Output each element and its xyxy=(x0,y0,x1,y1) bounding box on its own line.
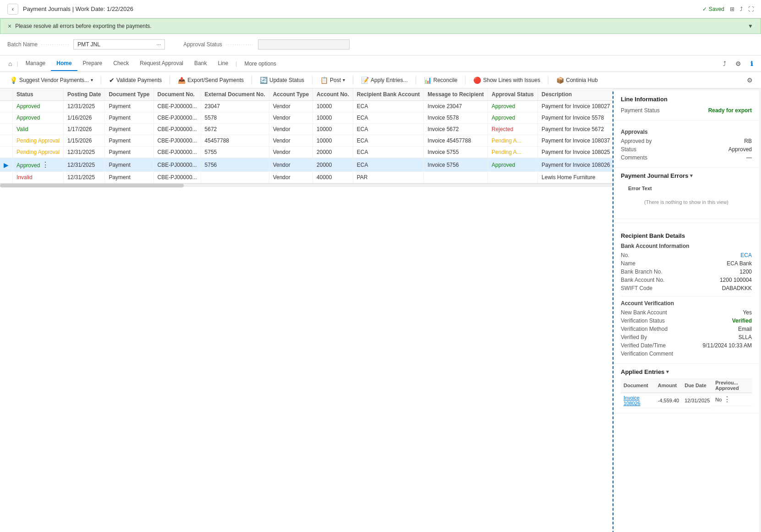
tab-check[interactable]: Check xyxy=(108,56,134,71)
cell-approval: Approved xyxy=(488,101,538,112)
tab-bank[interactable]: Bank xyxy=(189,56,212,71)
applied-entry-row: Invoice 108026 -4,559.40 12/31/2025 No ⋮ xyxy=(621,393,752,408)
approved-by-label: Approved by xyxy=(621,138,652,144)
toolbar-sep-8 xyxy=(548,76,548,85)
row-indicator xyxy=(0,112,13,124)
status-value: Approved xyxy=(728,146,752,153)
cell-recipient-bank: ECA xyxy=(353,147,424,158)
bank-account-no-label: Bank Account No. xyxy=(621,277,664,283)
back-button[interactable]: ‹ xyxy=(7,4,18,15)
grid-panel[interactable]: Status Posting Date Document Type Docume… xyxy=(0,88,613,532)
cell-approval: Pending A... xyxy=(488,147,538,158)
horizontal-scrollbar[interactable] xyxy=(0,183,613,187)
col-header-doc-no: Document No. xyxy=(153,88,201,101)
batch-name-input[interactable]: PMT JNL ··· xyxy=(73,39,165,49)
row-context-menu[interactable]: ⋮ xyxy=(42,161,49,169)
toolbar-settings-icon[interactable]: ⚙ xyxy=(744,75,756,86)
post-caret: ▾ xyxy=(343,77,345,82)
apply-entries-button[interactable]: 📝 Apply Entries... xyxy=(357,74,412,86)
tab-home[interactable]: Home xyxy=(51,56,77,71)
view-icon[interactable]: ⊞ xyxy=(730,6,734,12)
cell-acc-no: 40000 xyxy=(313,172,353,183)
alert-close-button[interactable]: × xyxy=(8,22,11,30)
cell-doc-type: Payment xyxy=(105,135,153,147)
filter-ribbon-icon[interactable]: ⚙ xyxy=(733,58,744,69)
cell-ext-doc: 5672 xyxy=(201,124,269,135)
tab-line[interactable]: Line xyxy=(212,56,234,71)
cell-doc-type: Payment xyxy=(105,112,153,124)
table-row[interactable]: ▶Approved⋮12/31/2025PaymentCBE-PJ00000..… xyxy=(0,158,613,172)
post-button[interactable]: 📋 Post ▾ xyxy=(316,74,349,86)
show-lines-button[interactable]: 🔴 Show Lines with Issues xyxy=(469,74,544,86)
suggest-vendor-icon: 💡 xyxy=(10,77,17,84)
more-options-button[interactable]: More options xyxy=(239,57,281,71)
cell-description: Payment for Invoice 108026 xyxy=(538,158,613,172)
payment-status-value: Ready for export xyxy=(708,107,752,114)
toolbar-sep-6 xyxy=(416,76,416,85)
cell-recipient-bank: ECA xyxy=(353,135,424,147)
continia-hub-button[interactable]: 📦 Continia Hub xyxy=(552,74,602,86)
bank-account-no-value: 1200 100004 xyxy=(720,277,752,283)
applied-row-menu[interactable]: ⋮ xyxy=(723,395,731,404)
verification-method-label: Verification Method xyxy=(621,326,668,332)
ellipsis-button[interactable]: ··· xyxy=(156,41,161,48)
applied-document-link[interactable]: Invoice 108026 xyxy=(624,395,641,406)
cell-status: Approved xyxy=(13,112,64,124)
status-label: Status xyxy=(621,146,636,153)
table-row[interactable]: Approved12/31/2025PaymentCBE-PJ00000...2… xyxy=(0,101,613,112)
share-ribbon-icon[interactable]: ⤴ xyxy=(720,58,729,69)
approved-by-row: Approved by RB xyxy=(621,137,752,145)
verification-status-row: Verification Status Verified xyxy=(621,317,752,325)
cell-approval: Pending A... xyxy=(488,135,538,147)
expand-icon[interactable]: ⛶ xyxy=(748,6,754,12)
update-status-button[interactable]: 🔄 Update Status xyxy=(256,74,308,86)
suggest-vendor-button[interactable]: 💡 Suggest Vendor Payments... ▾ xyxy=(5,74,97,86)
batch-name-field: Batch Name ············· PMT JNL ··· xyxy=(7,39,165,49)
verification-method-value: Email xyxy=(738,326,752,332)
col-header-status-text: Status xyxy=(13,88,64,101)
ribbon: ⌂ | Manage Home Prepare Check Request Ap… xyxy=(0,55,761,72)
export-send-button[interactable]: 📤 Export/Send Payments xyxy=(174,74,248,86)
verified-date-row: Verified Date/Time 9/11/2024 10:33 AM xyxy=(621,341,752,350)
payment-status-row: Payment Status Ready for export xyxy=(621,106,752,115)
cell-ext-doc xyxy=(201,172,269,183)
update-status-icon: 🔄 xyxy=(260,77,268,84)
payment-errors-toggle[interactable]: Payment Journal Errors ▾ xyxy=(621,172,752,179)
applied-entries-section: Applied Entries ▾ Document Amount Due Da… xyxy=(613,364,759,413)
applied-entries-toggle[interactable]: Applied Entries ▾ xyxy=(621,368,752,375)
col-header-acc-no: Account No. xyxy=(313,88,353,101)
cell-posting-date: 1/15/2026 xyxy=(64,135,105,147)
table-row[interactable]: Valid1/17/2026PaymentCBE-PJ00000...5672V… xyxy=(0,124,613,135)
status-badge[interactable]: Approved xyxy=(16,103,40,110)
share-icon[interactable]: ⤴ xyxy=(740,6,743,12)
cell-doc-type: Payment xyxy=(105,172,153,183)
approval-status-field: Approval Status ············· xyxy=(183,39,350,49)
show-lines-icon: 🔴 xyxy=(473,77,481,84)
reconcile-button[interactable]: 📊 Reconcile xyxy=(420,74,462,86)
toolbar-sep-5 xyxy=(353,76,353,85)
table-row[interactable]: Pending Approval1/15/2026PaymentCBE-PJ00… xyxy=(0,135,613,147)
validate-payments-button[interactable]: ✔ Validate Payments xyxy=(105,74,166,86)
alert-bar: × Please resolve all errors before expor… xyxy=(0,18,761,34)
approval-status-input[interactable] xyxy=(258,39,350,49)
suggest-vendor-caret: ▾ xyxy=(91,77,93,82)
status-badge[interactable]: Approved xyxy=(16,115,40,121)
alert-expand-button[interactable]: ▼ xyxy=(748,23,753,29)
cell-posting-date: 12/31/2025 xyxy=(64,158,105,172)
verification-status-value: Verified xyxy=(732,318,752,324)
applied-entries-title: Applied Entries xyxy=(621,368,664,375)
status-row: Status Approved xyxy=(621,145,752,154)
tab-prepare[interactable]: Prepare xyxy=(77,56,108,71)
status-badge[interactable]: Approved xyxy=(16,162,40,169)
home-icon-btn[interactable]: ⌂ xyxy=(5,58,15,69)
tab-request-approval[interactable]: Request Approval xyxy=(134,56,189,71)
bank-no-row: No. ECA xyxy=(621,251,752,259)
col-header-approval: Approval Status xyxy=(488,88,538,101)
table-row[interactable]: Invalid12/31/2025PaymentCBE-PJ00000...Ve… xyxy=(0,172,613,183)
info-ribbon-icon[interactable]: ℹ xyxy=(748,58,756,69)
table-row[interactable]: Pending Approval12/31/2025PaymentCBE-PJ0… xyxy=(0,147,613,158)
main-area: Status Posting Date Document Type Docume… xyxy=(0,88,761,532)
table-row[interactable]: Approved1/16/2026PaymentCBE-PJ00000...55… xyxy=(0,112,613,124)
status-badge: Invalid xyxy=(16,174,33,181)
tab-manage[interactable]: Manage xyxy=(20,56,51,71)
